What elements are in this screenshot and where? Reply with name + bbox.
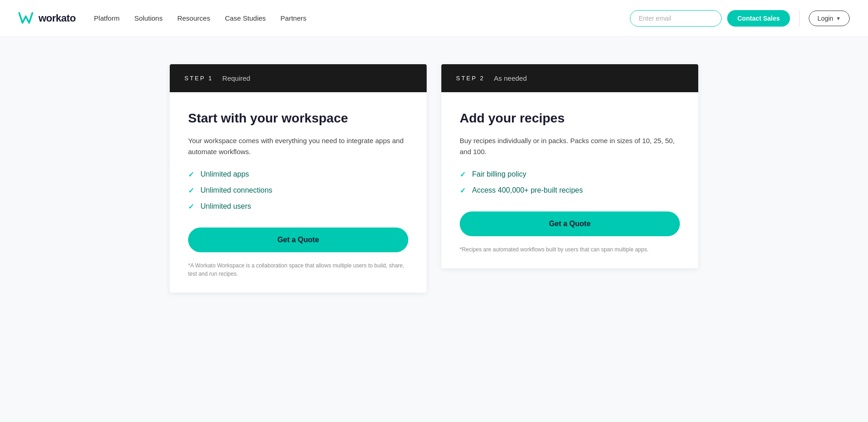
card1-feature-3: ✓ Unlimited users (188, 202, 408, 211)
card1-body: Start with your workspace Your workspace… (170, 92, 427, 293)
check-icon-2: ✓ (188, 186, 194, 195)
nav-solutions[interactable]: Solutions (134, 14, 163, 22)
card2-title: Add your recipes (460, 111, 680, 126)
card-step2: STEP 2 As needed Add your recipes Buy re… (441, 64, 698, 268)
card1-title: Start with your workspace (188, 111, 408, 126)
card2-feature-1: ✓ Fair billing policy (460, 170, 680, 179)
card2-description: Buy recipes individually or in packs. Pa… (460, 135, 680, 157)
navbar: workato Platform Solutions Resources Cas… (0, 0, 868, 37)
email-input[interactable] (630, 10, 722, 27)
login-button[interactable]: Login ▼ (809, 11, 850, 26)
card2-feature-2: ✓ Access 400,000+ pre-built recipes (460, 186, 680, 195)
card1-description: Your workspace comes with everything you… (188, 135, 408, 157)
card1-feature-list: ✓ Unlimited apps ✓ Unlimited connections… (188, 170, 408, 211)
logo-text: workato (39, 12, 76, 24)
card2-sublabel: As needed (494, 74, 527, 82)
card-step1: STEP 1 Required Start with your workspac… (170, 64, 427, 293)
check-icon-5: ✓ (460, 186, 466, 195)
nav-links: Platform Solutions Resources Case Studie… (94, 14, 630, 22)
card2-header: STEP 2 As needed (441, 64, 698, 92)
feature-text-3: Unlimited users (200, 202, 251, 211)
card1-feature-2: ✓ Unlimited connections (188, 186, 408, 195)
nav-divider (799, 10, 800, 27)
card1-footnote: *A Workato Workspace is a collaboration … (188, 261, 408, 278)
feature-text-4: Fair billing policy (472, 170, 526, 178)
feature-text-2: Unlimited connections (200, 186, 273, 194)
check-icon-3: ✓ (188, 202, 194, 211)
card1-step: STEP 1 (184, 75, 213, 82)
nav-partners[interactable]: Partners (280, 14, 306, 22)
nav-case-studies[interactable]: Case Studies (225, 14, 266, 22)
card1-sublabel: Required (223, 74, 250, 82)
card2-footnote: *Recipes are automated workflows built b… (460, 245, 680, 254)
card2-body: Add your recipes Buy recipes individuall… (441, 92, 698, 268)
nav-right: Contact Sales Login ▼ (630, 10, 850, 27)
nav-platform[interactable]: Platform (94, 14, 120, 22)
card1-feature-1: ✓ Unlimited apps (188, 170, 408, 179)
get-quote-button-2[interactable]: Get a Quote (460, 211, 680, 236)
logo-link[interactable]: workato (18, 12, 76, 25)
chevron-down-icon: ▼ (836, 16, 841, 21)
check-icon-4: ✓ (460, 170, 466, 179)
feature-text-1: Unlimited apps (200, 170, 249, 178)
feature-text-5: Access 400,000+ pre-built recipes (472, 186, 583, 194)
login-label: Login (818, 15, 833, 22)
card1-header: STEP 1 Required (170, 64, 427, 92)
get-quote-button-1[interactable]: Get a Quote (188, 228, 408, 252)
card2-step: STEP 2 (456, 75, 485, 82)
contact-sales-button[interactable]: Contact Sales (727, 10, 790, 27)
nav-resources[interactable]: Resources (177, 14, 210, 22)
card2-feature-list: ✓ Fair billing policy ✓ Access 400,000+ … (460, 170, 680, 195)
main-content: STEP 1 Required Start with your workspac… (113, 37, 755, 320)
logo-icon (18, 12, 35, 25)
check-icon-1: ✓ (188, 170, 194, 179)
